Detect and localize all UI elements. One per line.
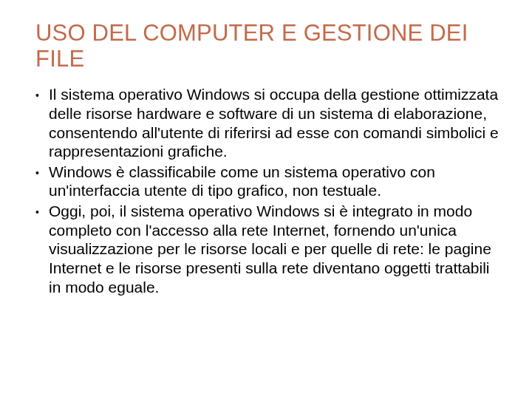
bullet-text: Oggi, poi, il sistema operativo Windows …: [49, 202, 502, 296]
list-item: • Windows è classificabile come un siste…: [35, 163, 502, 200]
bullet-icon: •: [35, 85, 46, 105]
bullet-text: Windows è classificabile come un sistema…: [49, 163, 502, 200]
slide: USO DEL COMPUTER E GESTIONE DEI FILE • I…: [0, 0, 532, 399]
slide-title: USO DEL COMPUTER E GESTIONE DEI FILE: [35, 21, 502, 72]
bullet-icon: •: [35, 202, 46, 222]
bullet-text: Il sistema operativo Windows si occupa d…: [49, 85, 502, 160]
list-item: • Il sistema operativo Windows si occupa…: [35, 85, 502, 160]
slide-body: • Il sistema operativo Windows si occupa…: [35, 85, 502, 296]
list-item: • Oggi, poi, il sistema operativo Window…: [35, 202, 502, 296]
bullet-icon: •: [35, 163, 46, 183]
